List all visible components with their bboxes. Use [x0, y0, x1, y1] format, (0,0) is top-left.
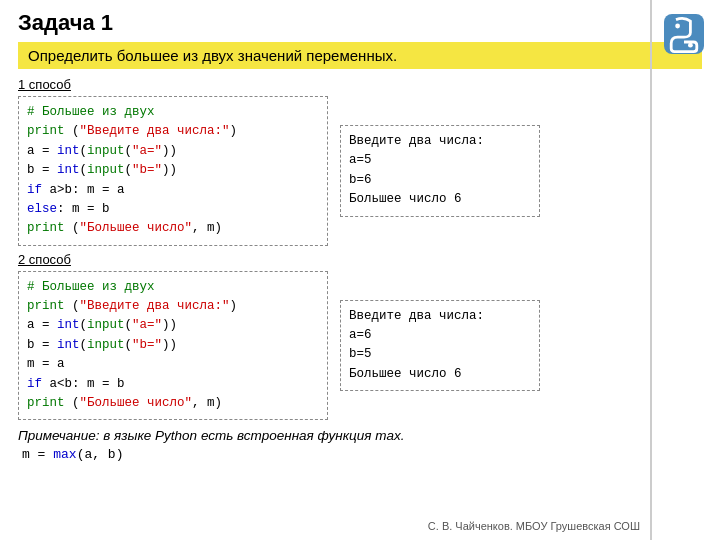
method2-code: # Большее из двухprint ("Введите два чис…	[18, 271, 328, 421]
method1-code: # Большее из двухprint ("Введите два чис…	[18, 96, 328, 246]
note-text: Примечание: в языке Python есть встроенн…	[18, 428, 405, 443]
note-section: Примечание: в языке Python есть встроенн…	[18, 428, 702, 443]
right-separator	[650, 0, 652, 540]
method1-row: # Большее из двухprint ("Введите два чис…	[18, 96, 702, 246]
method2-label: 2 способ	[18, 252, 702, 267]
method2-row: # Большее из двухprint ("Введите два чис…	[18, 271, 702, 421]
page-title: Задача 1	[18, 10, 702, 36]
note-code: m = max(a, b)	[18, 447, 702, 462]
python-logo	[660, 10, 708, 58]
footer: С. В. Чайченков. МБОУ Грушевская СОШ	[428, 520, 640, 532]
page-container: Задача 1 Определить большее из двух знач…	[0, 0, 720, 540]
method2-output: Введите два числа:a=6b=5Большее число 6	[340, 300, 540, 392]
method1-label: 1 способ	[18, 77, 702, 92]
svg-point-1	[675, 24, 680, 29]
svg-point-2	[688, 43, 693, 48]
task-banner: Определить большее из двух значений пере…	[18, 42, 702, 69]
method1-output: Введите два числа:a=5b=6Большее число 6	[340, 125, 540, 217]
